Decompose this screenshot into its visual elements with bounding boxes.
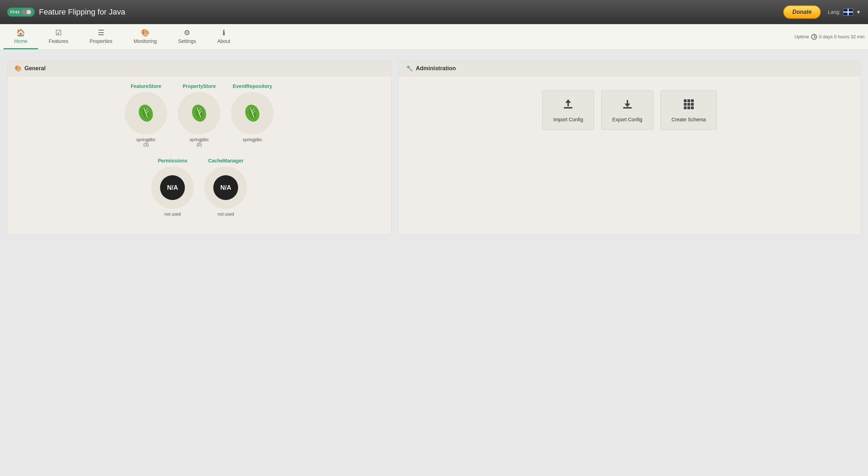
logo-toggle[interactable] bbox=[22, 9, 32, 15]
permissions-na-badge: N/A bbox=[160, 175, 185, 200]
clock-icon bbox=[811, 34, 817, 40]
nav-label-monitoring: Monitoring bbox=[133, 38, 156, 44]
cache-manager-circle: N/A bbox=[204, 166, 247, 209]
uptime-label: Uptime bbox=[795, 34, 809, 39]
create-schema-button[interactable]: Create Schema bbox=[660, 90, 717, 130]
general-header-title: General bbox=[24, 65, 46, 72]
about-icon: ℹ bbox=[223, 28, 225, 37]
svg-rect-32 bbox=[691, 106, 694, 109]
nav-item-monitoring[interactable]: 🎨 Monitoring bbox=[123, 24, 167, 49]
export-config-label: Export Config bbox=[612, 117, 642, 122]
general-header-icon: 🎨 bbox=[15, 65, 22, 72]
uptime-value: 0 days 0 hours 32 min bbox=[819, 34, 864, 39]
feature-store-circle bbox=[125, 92, 167, 134]
cache-manager-item: CacheManager N/A not used bbox=[204, 158, 247, 217]
import-config-button[interactable]: Import Config bbox=[542, 90, 594, 130]
cache-manager-label: CacheManager bbox=[208, 158, 244, 164]
upload-icon bbox=[562, 98, 575, 113]
features-icon: ☑ bbox=[55, 28, 62, 37]
property-store-type: springjdbc bbox=[189, 137, 209, 142]
svg-rect-27 bbox=[684, 103, 687, 106]
nav-item-home[interactable]: 🏠 Home bbox=[4, 24, 38, 49]
create-schema-label: Create Schema bbox=[671, 117, 706, 122]
feature-store-count: (3) bbox=[136, 142, 156, 147]
monitoring-icon: 🎨 bbox=[141, 28, 150, 37]
flag-icon bbox=[843, 9, 853, 16]
header-right: Donate Lang: ▼ bbox=[783, 5, 861, 19]
nav-item-about[interactable]: ℹ About bbox=[207, 24, 241, 49]
nav-label-settings: Settings bbox=[178, 38, 196, 44]
feature-store-type: springjdbc bbox=[136, 137, 156, 142]
uptime-display: Uptime 0 days 0 hours 32 min bbox=[795, 24, 864, 49]
grid-icon bbox=[682, 98, 695, 113]
export-config-button[interactable]: Export Config bbox=[601, 90, 653, 130]
svg-marker-23 bbox=[625, 104, 630, 107]
settings-icon: ⚙ bbox=[184, 28, 190, 37]
property-store-circle bbox=[178, 92, 220, 134]
general-card-body: FeatureStore springjdbc (3) bbox=[7, 76, 391, 234]
cache-manager-na-badge: N/A bbox=[213, 175, 238, 200]
admin-buttons-container: Import Config Export Config bbox=[406, 83, 853, 137]
spring-leaf-icon-3 bbox=[240, 101, 265, 126]
svg-rect-25 bbox=[687, 99, 690, 102]
permissions-label: Permissions bbox=[158, 158, 187, 164]
nav-label-about: About bbox=[217, 38, 230, 44]
event-repo-circle bbox=[231, 92, 274, 134]
nav-label-home: Home bbox=[14, 38, 27, 44]
svg-rect-21 bbox=[623, 107, 632, 109]
donate-button[interactable]: Donate bbox=[783, 5, 821, 19]
event-repo-type: springjdbc bbox=[243, 137, 262, 142]
svg-marker-20 bbox=[565, 99, 571, 103]
event-repo-item: EventRepository springjdbc bbox=[231, 83, 274, 147]
header-logo: FF4J Feature Flipping for Java bbox=[7, 7, 125, 17]
nav-item-settings[interactable]: ⚙ Settings bbox=[167, 24, 207, 49]
property-store-count: (0) bbox=[189, 142, 209, 147]
admin-header-title: Administration bbox=[416, 65, 456, 72]
nav-label-properties: Properties bbox=[90, 38, 112, 44]
download-icon bbox=[621, 98, 634, 113]
permissions-text: not used bbox=[164, 212, 181, 217]
property-store-text: springjdbc (0) bbox=[189, 137, 209, 147]
chevron-down-icon: ▼ bbox=[856, 9, 861, 15]
event-repo-label: EventRepository bbox=[233, 83, 272, 89]
permissions-item: Permissions N/A not used bbox=[151, 158, 194, 217]
svg-rect-26 bbox=[691, 99, 694, 102]
feature-store-item: FeatureStore springjdbc (3) bbox=[125, 83, 167, 147]
nav-item-features[interactable]: ☑ Features bbox=[38, 24, 79, 49]
property-store-item: PropertyStore springjdbc (0 bbox=[178, 83, 220, 147]
spring-leaf-icon bbox=[133, 101, 158, 126]
event-repo-text: springjdbc bbox=[243, 137, 262, 142]
svg-rect-31 bbox=[687, 106, 690, 109]
main-content: 🎨 General FeatureStore bbox=[0, 50, 868, 245]
svg-rect-30 bbox=[684, 106, 687, 109]
lang-selector[interactable]: Lang: ▼ bbox=[828, 9, 861, 16]
admin-card-header: 🔧 Administration bbox=[399, 61, 861, 76]
general-card: 🎨 General FeatureStore bbox=[7, 60, 391, 235]
svg-rect-29 bbox=[691, 103, 694, 106]
admin-header-icon: 🔧 bbox=[406, 65, 413, 72]
app-title: Feature Flipping for Java bbox=[39, 7, 125, 17]
general-card-header: 🎨 General bbox=[7, 61, 391, 76]
import-config-label: Import Config bbox=[553, 117, 583, 122]
administration-card: 🔧 Administration Import Config bbox=[399, 60, 861, 235]
header: FF4J Feature Flipping for Java Donate La… bbox=[0, 0, 868, 24]
store-row-bottom: Permissions N/A not used CacheManager N/… bbox=[15, 158, 384, 217]
svg-rect-24 bbox=[684, 99, 687, 102]
navigation: 🏠 Home ☑ Features ☰ Properties 🎨 Monitor… bbox=[0, 24, 868, 50]
lang-label: Lang: bbox=[828, 9, 840, 15]
feature-store-label: FeatureStore bbox=[131, 83, 161, 89]
svg-rect-18 bbox=[564, 107, 572, 109]
property-store-label: PropertyStore bbox=[183, 83, 216, 89]
svg-rect-28 bbox=[687, 103, 690, 106]
nav-item-properties[interactable]: ☰ Properties bbox=[79, 24, 123, 49]
cache-manager-text: not used bbox=[218, 212, 234, 217]
logo-badge: FF4J bbox=[7, 7, 35, 17]
spring-leaf-icon-2 bbox=[187, 101, 211, 126]
logo-text: FF4J bbox=[10, 10, 20, 14]
store-row-top: FeatureStore springjdbc (3) bbox=[15, 83, 384, 147]
nav-label-features: Features bbox=[49, 38, 68, 44]
home-icon: 🏠 bbox=[16, 28, 25, 37]
admin-card-body: Import Config Export Config bbox=[399, 76, 861, 144]
feature-store-text: springjdbc (3) bbox=[136, 137, 156, 147]
properties-icon: ☰ bbox=[98, 28, 104, 37]
